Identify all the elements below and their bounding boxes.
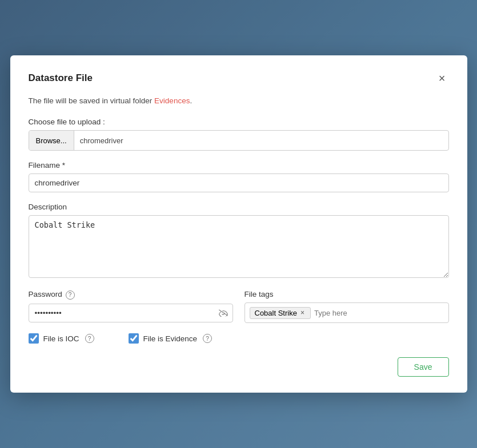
info-text-after: .	[190, 96, 192, 105]
tag-label: Cobalt Strike	[255, 309, 297, 317]
file-is-evidence-checkbox[interactable]	[129, 333, 139, 344]
file-is-evidence-group: File is Evidence ?	[129, 333, 213, 344]
filename-label: Filename *	[29, 161, 449, 169]
file-tags-group: File tags Cobalt Strike ×	[244, 290, 449, 323]
description-group: Description Cobalt Strike	[29, 203, 449, 280]
close-button[interactable]: ×	[435, 71, 449, 85]
ioc-help-icon: ?	[85, 334, 94, 343]
file-is-evidence-label: File is Evidence	[143, 334, 198, 343]
filename-group: Filename *	[29, 161, 449, 192]
browse-button[interactable]: Browse...	[29, 131, 74, 150]
info-text: The file will be saved in virtual folder…	[29, 96, 449, 105]
description-label: Description	[29, 203, 449, 211]
datastore-file-modal: Datastore File × The file will be saved …	[10, 55, 467, 393]
file-is-ioc-group: File is IOC ?	[29, 333, 94, 344]
tags-input-wrapper[interactable]: Cobalt Strike ×	[244, 302, 449, 323]
file-input-row: Browse... chromedriver	[29, 130, 449, 151]
filename-input[interactable]	[29, 173, 449, 192]
evidence-help-icon: ?	[203, 334, 212, 343]
file-upload-group: Choose file to upload : Browse... chrome…	[29, 118, 449, 151]
file-upload-label: Choose file to upload :	[29, 118, 449, 126]
file-is-ioc-label: File is IOC	[43, 334, 79, 343]
tag-cobalt-strike: Cobalt Strike ×	[250, 307, 311, 319]
password-input[interactable]	[29, 304, 233, 322]
info-text-before: The file will be saved in virtual folder	[29, 96, 155, 105]
tag-remove-button[interactable]: ×	[299, 309, 306, 316]
password-help-icon: ?	[66, 290, 75, 300]
modal-title: Datastore File	[29, 72, 93, 84]
password-label: Password ?	[29, 290, 233, 300]
modal-header: Datastore File ×	[29, 71, 449, 85]
password-wrapper	[29, 304, 233, 322]
file-is-ioc-checkbox[interactable]	[29, 333, 39, 344]
evidences-link[interactable]: Evidences	[154, 96, 190, 105]
eye-slash-icon	[218, 309, 229, 317]
file-name-display: chromedriver	[74, 136, 448, 145]
password-group: Password ?	[29, 290, 233, 323]
password-tags-row: Password ? File tags	[29, 290, 449, 323]
tag-input[interactable]	[314, 309, 444, 317]
modal-footer: Save	[29, 357, 449, 377]
modal-overlay: Datastore File × The file will be saved …	[0, 0, 477, 448]
checkboxes-row: File is IOC ? File is Evidence ?	[29, 333, 449, 344]
description-textarea[interactable]: Cobalt Strike	[29, 215, 449, 278]
file-tags-label: File tags	[244, 290, 449, 298]
toggle-password-button[interactable]	[218, 309, 229, 317]
save-button[interactable]: Save	[398, 357, 449, 377]
